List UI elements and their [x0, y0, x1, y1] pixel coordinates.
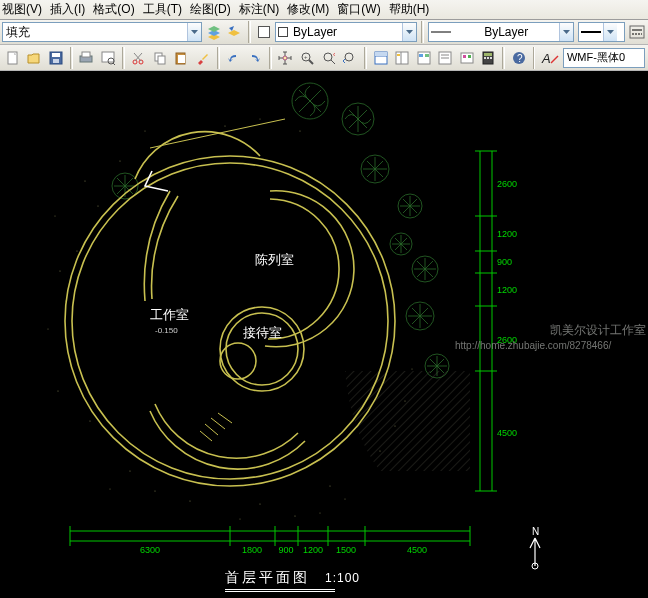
svg-rect-44: [468, 55, 471, 58]
menu-help[interactable]: 帮助(H): [389, 1, 430, 18]
undo-icon[interactable]: [224, 48, 244, 68]
watermark: 凯美尔设计工作室 http://home.zhubajie.com/827846…: [550, 323, 646, 353]
svg-rect-47: [484, 57, 486, 59]
svg-rect-48: [487, 57, 489, 59]
menu-draw[interactable]: 绘图(D): [190, 1, 231, 18]
svg-rect-7: [52, 53, 60, 57]
font-combo-value: WMF-黑体0: [564, 50, 644, 65]
sheet-set-icon[interactable]: [435, 48, 455, 68]
menu-tools[interactable]: 工具(T): [143, 1, 182, 18]
drawing-canvas[interactable]: 2600 1200 900 1200 2600 4500 6300 1800 9…: [0, 71, 648, 598]
print-icon[interactable]: [77, 48, 97, 68]
layer-manager-icon[interactable]: [204, 23, 223, 42]
paste-icon[interactable]: [172, 48, 192, 68]
zoom-realtime-icon[interactable]: +: [297, 48, 317, 68]
separator: [217, 47, 220, 69]
menu-window[interactable]: 窗口(W): [337, 1, 380, 18]
svg-text:?: ?: [517, 53, 523, 64]
menu-modify[interactable]: 修改(M): [287, 1, 329, 18]
markup-icon[interactable]: [457, 48, 477, 68]
match-props-icon[interactable]: [193, 48, 213, 68]
chevron-down-icon[interactable]: [187, 23, 201, 41]
lineweight-combo[interactable]: ByLayer: [428, 22, 575, 42]
help-icon[interactable]: ?: [509, 48, 529, 68]
separator: [364, 47, 367, 69]
open-icon[interactable]: [25, 48, 45, 68]
svg-rect-35: [397, 54, 400, 56]
cut-icon[interactable]: [129, 48, 149, 68]
watermark-line2: http://home.zhubajie.com/8278466/: [455, 338, 646, 353]
svg-rect-8: [53, 59, 59, 63]
menu-format[interactable]: 格式(O): [93, 1, 134, 18]
svg-text:6300: 6300: [140, 545, 160, 555]
separator: [533, 47, 536, 69]
svg-rect-21: [178, 55, 185, 63]
layer-combo[interactable]: 填充: [2, 22, 202, 42]
separator: [248, 21, 251, 43]
svg-rect-37: [419, 54, 423, 57]
north-arrow-icon: N: [520, 526, 560, 576]
svg-rect-42: [461, 53, 473, 63]
svg-rect-43: [463, 55, 466, 58]
layer-combo-value: 填充: [3, 24, 187, 41]
tool-palettes-icon[interactable]: [414, 48, 434, 68]
svg-text:900: 900: [278, 545, 293, 555]
menu-dim[interactable]: 标注(N): [239, 1, 280, 18]
svg-text:+: +: [304, 54, 308, 60]
standard-toolbar: + ‹ ? A WMF-黑体0: [0, 45, 648, 71]
new-icon[interactable]: [3, 48, 23, 68]
linetype-manager-icon[interactable]: [627, 23, 646, 42]
svg-line-27: [331, 60, 335, 64]
linetype-combo[interactable]: ByLayer: [275, 22, 417, 42]
menu-insert[interactable]: 插入(I): [50, 1, 85, 18]
chevron-down-icon[interactable]: [603, 23, 617, 41]
layer-previous-icon[interactable]: [225, 23, 244, 42]
svg-line-13: [113, 63, 115, 65]
room-label-reception: 接待室: [243, 324, 282, 342]
linetype-combo-value: ByLayer: [290, 25, 402, 39]
properties-bar: 填充 ByLayer ByLayer: [0, 20, 648, 45]
svg-text:N: N: [532, 526, 539, 537]
room-label-showroom: 陈列室: [255, 251, 294, 269]
svg-point-22: [283, 56, 287, 60]
svg-text:4500: 4500: [407, 545, 427, 555]
chevron-down-icon[interactable]: [559, 23, 573, 41]
svg-text:A: A: [541, 51, 551, 66]
svg-rect-33: [396, 52, 408, 64]
svg-text:1800: 1800: [242, 545, 262, 555]
text-style-icon[interactable]: A: [539, 48, 560, 68]
svg-text:‹: ‹: [333, 51, 336, 58]
drawing-title: 首层平面图1:100: [225, 569, 360, 592]
svg-rect-36: [418, 52, 430, 64]
zoom-window-icon[interactable]: ‹: [319, 48, 339, 68]
svg-line-24: [309, 60, 313, 64]
redo-icon[interactable]: [245, 48, 265, 68]
svg-text:1200: 1200: [303, 545, 323, 555]
copy-icon[interactable]: [150, 48, 170, 68]
lineweight-combo-value: ByLayer: [453, 25, 560, 39]
font-combo[interactable]: WMF-黑体0: [563, 48, 645, 68]
color-swatch-icon[interactable]: [255, 23, 274, 42]
svg-rect-32: [375, 52, 387, 56]
zoom-previous-icon[interactable]: [340, 48, 360, 68]
linetype-preview-icon: [429, 25, 453, 39]
calculator-icon[interactable]: [478, 48, 498, 68]
plotstyle-combo[interactable]: [578, 22, 625, 42]
level-label: -0.150: [155, 326, 178, 335]
separator: [70, 47, 73, 69]
svg-rect-46: [484, 53, 492, 56]
plot-preview-icon[interactable]: [98, 48, 118, 68]
properties-icon[interactable]: [371, 48, 391, 68]
chevron-down-icon[interactable]: [402, 23, 416, 41]
svg-rect-19: [158, 56, 165, 64]
svg-rect-10: [82, 52, 90, 57]
pan-icon[interactable]: [276, 48, 296, 68]
svg-rect-49: [490, 57, 492, 59]
save-icon[interactable]: [46, 48, 66, 68]
svg-rect-38: [425, 54, 429, 57]
separator: [502, 47, 505, 69]
design-center-icon[interactable]: [392, 48, 412, 68]
svg-point-29: [345, 53, 353, 61]
svg-rect-2: [630, 26, 644, 38]
menu-view[interactable]: 视图(V): [2, 1, 42, 18]
